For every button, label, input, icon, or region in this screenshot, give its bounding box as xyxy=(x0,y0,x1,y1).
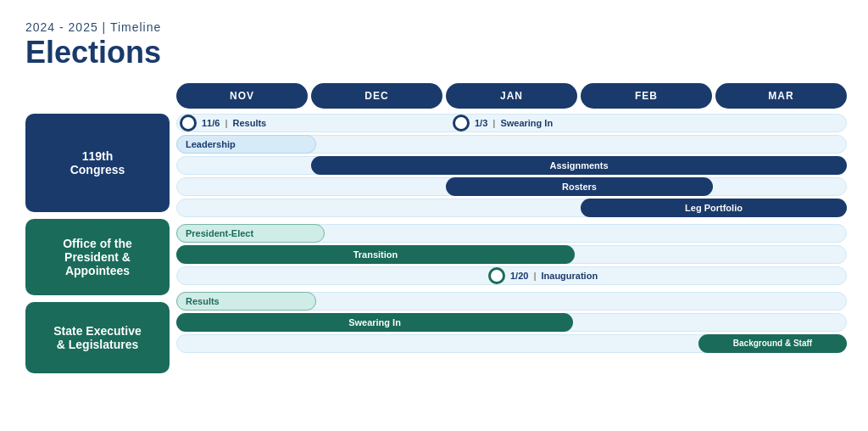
inauguration-date-text: 1/20 xyxy=(510,271,528,281)
leadership-bar: Leadership xyxy=(176,135,316,154)
president-elect-bar: President-Elect xyxy=(176,224,325,243)
month-jan: JAN xyxy=(446,83,577,109)
congress-rows: 11/6 | Results 1/3 | Swearing In xyxy=(176,114,847,217)
chart-area: NOV DEC JAN FEB MAR 11/6 | Results xyxy=(176,83,847,373)
milestone-nov-text: 11/6 xyxy=(202,118,220,128)
congress-label: 119thCongress xyxy=(70,149,125,176)
state-results-bar: Results xyxy=(176,292,316,311)
inauguration-label-text: Inauguration xyxy=(542,271,598,281)
state-swearing-bar: Swearing In xyxy=(176,313,573,332)
state-background-bar: Background & Staff xyxy=(698,334,847,353)
state-rows: Results Swearing In Background & Staff xyxy=(176,292,847,353)
category-state: State Executive& Legislatures xyxy=(25,302,170,373)
state-background-row: Background & Staff xyxy=(176,334,847,353)
milestone-circle-nov xyxy=(180,115,197,132)
transition-bar: Transition xyxy=(176,245,575,264)
congress-milestone-nov: 11/6 | Results xyxy=(180,115,266,132)
category-congress: 119thCongress xyxy=(25,114,170,212)
transition-row: Transition xyxy=(176,245,847,264)
state-results-row: Results xyxy=(176,292,847,311)
state-swearing-row: Swearing In xyxy=(176,313,847,332)
inauguration-sep: | xyxy=(533,271,536,281)
milestone-circle-inauguration xyxy=(488,267,505,284)
category-president: Office of thePresident &Appointees xyxy=(25,219,170,295)
assignments-bar: Assignments xyxy=(311,156,847,175)
timeline-area: 119thCongress Office of thePresident &Ap… xyxy=(25,83,843,373)
president-label: Office of thePresident &Appointees xyxy=(63,237,132,277)
month-feb: FEB xyxy=(581,83,712,109)
inauguration-row: 1/20 | Inauguration xyxy=(176,266,847,285)
month-dec: DEC xyxy=(311,83,442,109)
president-rows: President-Elect Transition 1/20 xyxy=(176,224,847,285)
leg-portfolio-row: Leg Portfolio xyxy=(176,199,847,217)
month-mar: MAR xyxy=(715,83,847,109)
rosters-row: Rosters xyxy=(176,177,847,196)
milestone-nov-label: Results xyxy=(233,118,267,128)
milestone-jan-label: Swearing In xyxy=(500,118,553,128)
state-label: State Executive& Legislatures xyxy=(53,324,142,351)
congress-milestone-row: 11/6 | Results 1/3 | Swearing In xyxy=(176,114,847,132)
title: Elections xyxy=(25,36,843,70)
leadership-row: Leadership xyxy=(176,135,847,154)
milestone-jan-sep: | xyxy=(492,118,495,128)
milestone-jan-text: 1/3 xyxy=(475,118,487,128)
subtitle: 2024 - 2025 | Timeline xyxy=(25,20,843,34)
month-nov: NOV xyxy=(176,83,308,109)
rosters-bar: Rosters xyxy=(446,177,713,196)
month-headers: NOV DEC JAN FEB MAR xyxy=(176,83,847,109)
left-labels: 119thCongress Office of thePresident &Ap… xyxy=(25,83,170,373)
assignments-row: Assignments xyxy=(176,156,847,175)
milestone-nov-sep: | xyxy=(225,118,227,128)
president-elect-row: President-Elect xyxy=(176,224,847,243)
inauguration-milestone: 1/20 | Inauguration xyxy=(488,267,598,284)
congress-milestone-jan: 1/3 | Swearing In xyxy=(453,115,553,132)
main-container: 2024 - 2025 | Timeline Elections 119thCo… xyxy=(0,0,868,431)
leg-portfolio-bar: Leg Portfolio xyxy=(581,199,847,217)
milestone-circle-jan xyxy=(453,115,470,132)
